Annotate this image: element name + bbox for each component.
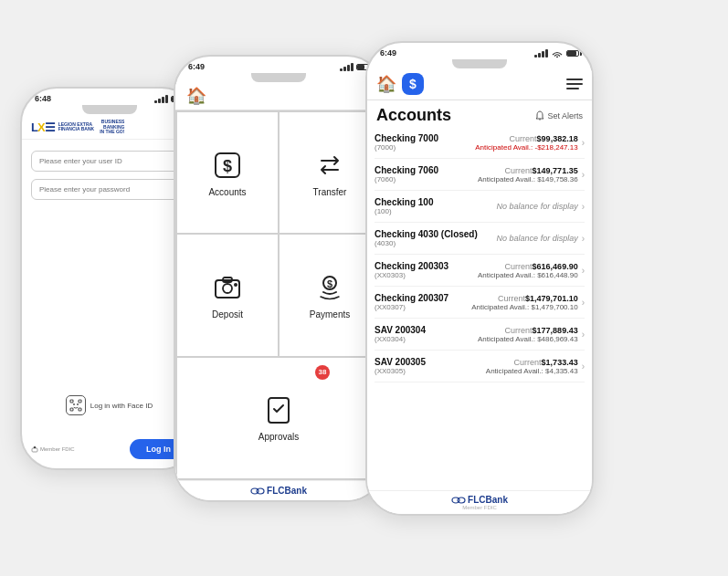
logo-tagline: BUSINESS BANKING IN THE GO! xyxy=(100,120,124,135)
wifi-icon xyxy=(551,48,564,58)
menu-item-deposit[interactable]: Deposit xyxy=(177,235,278,355)
payments-label: Payments xyxy=(310,309,350,319)
home-nav-icon[interactable]: 🏠 xyxy=(186,86,206,106)
password-input[interactable] xyxy=(31,179,187,200)
accounts-icon: $ xyxy=(211,149,244,182)
account-info-7060: Checking 7060 (7060) xyxy=(375,165,478,183)
logo-bank-name: LEGION EXTRA FINANCIA BANK xyxy=(58,122,95,132)
chevron-7060: › xyxy=(582,170,585,180)
accounts-footer: FLCBank Member FDIC xyxy=(367,490,592,514)
account-row-sav200304[interactable]: SAV 200304 (XX0304) Current$177,889.43 A… xyxy=(375,319,585,351)
account-row-100[interactable]: Checking 100 (100) No balance for displa… xyxy=(375,191,585,223)
notch-3 xyxy=(452,59,507,68)
login-header: LX☰ LEGION EXTRA FINANCIA BANK BUSINESS … xyxy=(22,114,196,140)
svg-rect-1 xyxy=(79,400,81,403)
account-info-sav200305: SAV 200305 (XX0305) xyxy=(375,357,486,375)
account-row-7000[interactable]: Checking 7000 (7000) Current$99,382.18 A… xyxy=(375,127,585,159)
set-alerts-button[interactable]: Set Alerts xyxy=(535,110,583,121)
home-footer: FLCBank xyxy=(175,480,382,500)
approvals-badge: 38 xyxy=(315,365,330,380)
signal-icon-3 xyxy=(534,49,548,58)
svg-point-10 xyxy=(223,284,232,293)
login-body: Log in with Face ID xyxy=(22,140,196,435)
approvals-label: Approvals xyxy=(258,432,299,442)
svg-text:$: $ xyxy=(327,278,332,289)
deposit-icon xyxy=(211,271,244,304)
svg-point-12 xyxy=(234,283,237,287)
account-balance-100: No balance for display xyxy=(497,202,578,211)
deposit-label: Deposit xyxy=(212,309,243,319)
logo-text: LEGION EXTRA FINANCIA BANK xyxy=(58,122,95,132)
svg-rect-0 xyxy=(70,400,73,403)
transfer-icon xyxy=(313,149,346,182)
home-icon-accounts[interactable]: 🏠 xyxy=(376,74,396,94)
account-row-4030[interactable]: Checking 4030 (Closed) (4030) No balance… xyxy=(375,223,585,255)
member-fdic: Member FDIC xyxy=(462,505,497,510)
svg-point-4 xyxy=(73,403,75,405)
account-balance-4030: No balance for display xyxy=(497,234,578,243)
fdic-text: Member FDIC xyxy=(31,445,75,453)
login-content: LX☰ LEGION EXTRA FINANCIA BANK BUSINESS … xyxy=(22,114,196,468)
account-info-7000: Checking 7000 (7000) xyxy=(375,133,475,152)
account-row-sav200305[interactable]: SAV 200305 (XX0305) Current$1,733.43 Ant… xyxy=(375,351,585,382)
status-bar-2: 6:49 xyxy=(175,57,382,73)
account-row-200303[interactable]: Checking 200303 (XX0303) Current$616,469… xyxy=(375,255,585,287)
nav-left: 🏠 $ xyxy=(376,73,424,95)
scene: 6:48 LX☰ LEGION EXTRA FINANCIA BANK xyxy=(0,0,728,576)
face-id-label: Log in with Face ID xyxy=(90,402,153,410)
svg-point-18 xyxy=(556,57,558,58)
userid-input[interactable] xyxy=(31,151,187,172)
home-nav: 🏠 xyxy=(175,82,382,110)
chevron-7000: › xyxy=(582,138,585,148)
svg-rect-2 xyxy=(70,408,73,411)
hamburger-menu-icon[interactable] xyxy=(566,79,583,89)
battery-icon-3 xyxy=(566,50,579,57)
svg-point-17 xyxy=(257,488,264,494)
menu-item-approvals[interactable]: 38 Approvals xyxy=(177,358,380,478)
accounts-list: Checking 7000 (7000) Current$99,382.18 A… xyxy=(367,127,592,490)
bell-icon xyxy=(535,110,544,121)
account-info-100: Checking 100 (100) xyxy=(375,197,497,215)
account-balance-7000: Current$99,382.18 Anticipated Avail.: -$… xyxy=(475,134,577,152)
account-info-sav200304: SAV 200304 (XX0304) xyxy=(375,325,478,343)
logo-lx: LX☰ xyxy=(31,120,55,134)
accounts-label: Accounts xyxy=(208,187,246,197)
account-balance-200303: Current$616,469.90 Anticipated Avail.: $… xyxy=(478,262,578,279)
time-2: 6:49 xyxy=(188,62,205,71)
dollar-nav-icon[interactable]: $ xyxy=(402,73,424,95)
account-info-4030: Checking 4030 (Closed) (4030) xyxy=(375,229,497,247)
account-row-7060[interactable]: Checking 7060 (7060) Current$149,771.35 … xyxy=(375,159,585,191)
app-logo: LX☰ LEGION EXTRA FINANCIA BANK BUSINESS … xyxy=(31,120,187,135)
status-bar-1: 6:48 xyxy=(22,89,196,105)
signal-icon-2 xyxy=(340,63,353,71)
svg-text:$: $ xyxy=(223,157,232,175)
chevron-200307: › xyxy=(582,298,585,308)
account-balance-sav200305: Current$1,733.43 Anticipated Avail.: $4,… xyxy=(486,358,578,375)
time-1: 6:48 xyxy=(35,94,51,103)
login-footer: Member FDIC Log In xyxy=(22,434,196,468)
account-balance-sav200304: Current$177,889.43 Anticipated Avail.: $… xyxy=(478,326,578,343)
account-info-200307: Checking 200307 (XX0307) xyxy=(375,293,471,311)
flc-logo-accounts: FLCBank xyxy=(451,495,508,505)
chevron-200303: › xyxy=(582,266,585,276)
account-balance-7060: Current$149,771.35 Anticipated Avail.: $… xyxy=(478,166,578,183)
account-row-200307[interactable]: Checking 200307 (XX0307) Current$1,479,7… xyxy=(375,287,585,319)
accounts-content: 🏠 $ Accounts Set Alerts xyxy=(367,68,592,514)
svg-point-5 xyxy=(77,403,79,405)
chevron-sav200304: › xyxy=(582,330,585,340)
svg-point-20 xyxy=(458,497,465,503)
svg-rect-3 xyxy=(79,408,81,411)
notch-1 xyxy=(82,105,137,114)
time-3: 6:49 xyxy=(380,48,396,58)
chevron-sav200305: › xyxy=(582,361,585,372)
transfer-label: Transfer xyxy=(313,187,347,197)
signal-icon xyxy=(154,95,168,103)
notch-2 xyxy=(251,73,306,82)
status-bar-3: 6:49 xyxy=(367,43,592,59)
accounts-nav: 🏠 $ xyxy=(367,68,592,100)
chevron-4030: › xyxy=(582,234,585,244)
payments-icon: $ xyxy=(313,271,346,304)
face-id-section[interactable]: Log in with Face ID xyxy=(31,388,187,423)
account-balance-200307: Current$1,479,701.10 Anticipated Avail.:… xyxy=(471,294,577,311)
menu-item-accounts[interactable]: $ Accounts xyxy=(177,112,278,233)
